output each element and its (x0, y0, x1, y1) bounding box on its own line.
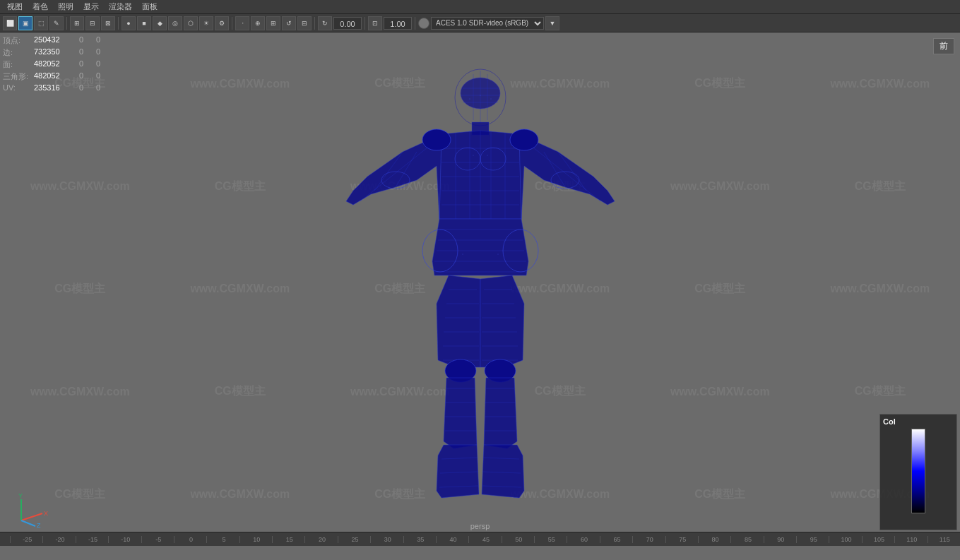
ruler-mark: 30 (370, 536, 403, 543)
ruler-mark: -5 (141, 536, 174, 543)
svg-point-68 (490, 98, 491, 99)
front-view-label[interactable]: 前 (933, 38, 954, 54)
sphere-btn[interactable]: ● (122, 16, 136, 30)
watermark-28: CG模型主 (640, 443, 800, 546)
stat-label-edges: 边: (3, 47, 31, 58)
stat-zero1-uv: 0 (79, 83, 93, 92)
stat-zero1-tris: 0 (79, 71, 93, 82)
menu-panel[interactable]: 面板 (138, 0, 162, 13)
cube-btn[interactable]: ■ (137, 16, 151, 30)
ruler-mark: 70 (632, 536, 665, 543)
svg-text:Y: Y (18, 492, 23, 499)
svg-point-69 (473, 155, 473, 155)
select-object-btn[interactable]: ⬜ (3, 16, 17, 30)
layout2-btn[interactable]: ⊠ (101, 16, 115, 30)
svg-point-65 (510, 129, 538, 150)
ruler-mark: 10 (239, 536, 272, 543)
ruler-marks: -25 -20 -15 -10 -5 0 5 10 15 20 25 30 35… (10, 536, 960, 543)
menu-display[interactable]: 显示 (79, 0, 103, 13)
nurbs-btn[interactable]: ◎ (168, 16, 182, 30)
svg-point-64 (422, 129, 451, 150)
sep4 (314, 17, 315, 30)
menu-renderer[interactable]: 渲染器 (105, 0, 136, 13)
svg-point-73 (497, 254, 498, 254)
svg-point-70 (487, 155, 487, 155)
render-btn[interactable]: ⚙ (215, 16, 229, 30)
svg-text:Z: Z (37, 522, 41, 528)
svg-point-67 (469, 98, 470, 99)
ruler-mark: 5 (206, 536, 239, 543)
color-btn[interactable] (418, 18, 429, 29)
menu-shading[interactable]: 着色 (28, 0, 52, 13)
col-panel-title: Col (883, 417, 954, 426)
poly-btn[interactable]: ◆ (153, 16, 167, 30)
stat-value-uv: 235316 (34, 83, 76, 92)
ruler-mark: 20 (304, 536, 337, 543)
watermark-4: CG模型主 (640, 32, 800, 135)
sep1 (66, 17, 67, 30)
grid-btn[interactable]: ⊞ (70, 16, 84, 30)
ruler-mark: 40 (436, 536, 468, 543)
viewport[interactable]: 顶点: 250432 0 0 边: 732350 0 0 面: 482052 0… (0, 32, 960, 546)
light-btn[interactable]: ☀ (199, 16, 213, 30)
svg-point-71 (480, 190, 480, 191)
stat-zero2-tris: 0 (96, 71, 110, 82)
scale-btn[interactable]: ⊟ (297, 16, 312, 30)
stat-value-vertices: 250432 (34, 35, 76, 46)
move-btn[interactable]: ⊞ (266, 16, 280, 30)
stat-label-faces: 面: (3, 59, 31, 70)
watermark-18: www.CGMXW.com (0, 340, 160, 443)
ruler-mark: -15 (76, 536, 108, 543)
stat-zero2-faces: 0 (96, 59, 110, 70)
ruler-mark: 55 (534, 536, 567, 543)
ruler-mark: 100 (829, 536, 861, 543)
lasso-btn[interactable]: ⬚ (34, 16, 48, 30)
stat-vertices: 顶点: 250432 0 0 (3, 35, 110, 46)
dropdown-arrow-btn[interactable]: ▼ (545, 16, 559, 30)
menu-lighting[interactable]: 照明 (54, 0, 78, 13)
value2-field[interactable]: 1.00 (384, 17, 412, 30)
refresh-btn[interactable]: ↻ (318, 16, 332, 30)
svg-line-78 (21, 520, 35, 526)
persp-label: persp (470, 522, 490, 530)
viewport-container: 顶点: 250432 0 0 边: 732350 0 0 面: 482052 0… (0, 32, 960, 546)
svg-point-72 (462, 254, 463, 254)
svg-line-74 (21, 513, 42, 520)
stat-zero1-faces: 0 (79, 59, 93, 70)
watermark-6: www.CGMXW.com (0, 135, 160, 237)
layout-btn[interactable]: ⊟ (85, 16, 100, 30)
ruler-mark: 15 (272, 536, 304, 543)
stat-faces: 面: 482052 0 0 (3, 59, 110, 70)
ruler-mark: 95 (796, 536, 829, 543)
snap-btn[interactable]: ⊕ (251, 16, 265, 30)
bottom-ruler: -25 -20 -15 -10 -5 0 5 10 15 20 25 30 35… (0, 532, 960, 546)
toggle-btn[interactable]: ⊡ (368, 16, 382, 30)
ruler-mark: 50 (502, 536, 534, 543)
rotate-btn[interactable]: ↺ (282, 16, 296, 30)
sep5 (365, 17, 365, 30)
ruler-mark: 85 (730, 536, 763, 543)
xray-btn[interactable]: ⬝ (235, 16, 249, 30)
character-wireframe (332, 49, 629, 530)
ruler-mark: 65 (600, 536, 632, 543)
watermark-10: www.CGMXW.com (640, 135, 800, 237)
stat-label-uv: UV: (3, 83, 31, 92)
stat-zero1-edges: 0 (79, 47, 93, 58)
watermark-25: www.CGMXW.com (160, 443, 321, 546)
svg-point-66 (480, 95, 480, 95)
value1-field[interactable]: 0.00 (333, 17, 362, 30)
stat-zero2-uv: 0 (96, 83, 110, 92)
ruler-mark: 25 (338, 536, 370, 543)
menu-view[interactable]: 视图 (3, 0, 27, 13)
stat-label-tris: 三角形: (3, 71, 31, 82)
watermark-22: www.CGMXW.com (640, 340, 800, 443)
stats-panel: 顶点: 250432 0 0 边: 732350 0 0 面: 482052 0… (3, 35, 110, 93)
stat-value-faces: 482052 (34, 59, 76, 70)
stat-value-edges: 732350 (34, 47, 76, 58)
stat-zero1-vertices: 0 (79, 35, 93, 46)
camera-btn[interactable]: ⬡ (184, 16, 198, 30)
colorspace-dropdown[interactable]: ACES 1.0 SDR-video (sRGB) (431, 17, 544, 30)
select-component-btn[interactable]: ▣ (18, 16, 32, 30)
paint-btn[interactable]: ✎ (49, 16, 64, 30)
ruler-mark: -25 (10, 536, 42, 543)
